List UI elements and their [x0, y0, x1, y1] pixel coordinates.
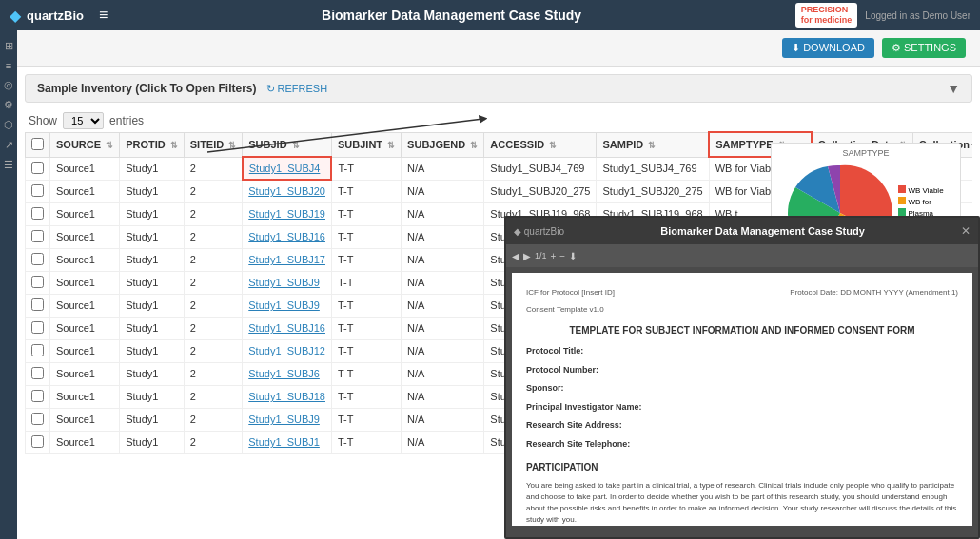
- row-checkbox[interactable]: [31, 390, 44, 402]
- cell-source: Source1: [50, 385, 120, 408]
- cell-source: Source1: [50, 271, 120, 294]
- cell-protid: Study1: [120, 385, 185, 408]
- cell-subjid: Study1_SUBJ9: [243, 294, 332, 317]
- settings-button[interactable]: ⚙ SETTINGS: [882, 38, 966, 58]
- cell-checkbox: [26, 157, 50, 180]
- pdf-prev-button[interactable]: ◀: [512, 251, 519, 261]
- cell-source: Source1: [50, 339, 120, 362]
- subjid-link[interactable]: Study1_SUBJ12: [248, 345, 325, 356]
- col-checkbox: [26, 132, 50, 157]
- cell-subjgend: N/A: [402, 294, 484, 317]
- cell-siteid: 2: [184, 225, 243, 248]
- row-checkbox[interactable]: [31, 184, 44, 197]
- cell-subjid: Study1_SUBJ18: [243, 385, 332, 408]
- pdf-field-protocol-number: Protocol Number:: [526, 364, 958, 377]
- pdf-meta: ICF for Protocol [Insert ID] Protocol Da…: [526, 287, 958, 298]
- subjid-link[interactable]: Study1_SUBJ6: [248, 368, 320, 379]
- subjid-link[interactable]: Study1_SUBJ16: [248, 231, 325, 242]
- row-checkbox[interactable]: [31, 162, 44, 174]
- subjid-link[interactable]: Study1_SUBJ20: [248, 185, 325, 197]
- cell-protid: Study1: [120, 180, 185, 202]
- user-info: Logged in as Demo User: [865, 10, 970, 21]
- row-checkbox[interactable]: [31, 413, 44, 425]
- cell-accessid: Study1_SUBJ20_275: [484, 180, 597, 202]
- refresh-button[interactable]: ↻ REFRESH: [266, 83, 328, 95]
- legend-item-1: WB Viable: [898, 185, 943, 195]
- subjid-link[interactable]: Study1_SUBJ4: [249, 163, 321, 174]
- left-sidebar: ⊞ ≡ ◎ ⚙ ⬡ ↗ ☰: [0, 30, 17, 539]
- cell-protid: Study1: [120, 202, 185, 225]
- cell-subjgend: N/A: [402, 431, 484, 453]
- pdf-next-button[interactable]: ▶: [523, 251, 531, 261]
- pdf-content: ICF for Protocol [Insert ID] Protocol Da…: [512, 273, 972, 526]
- cell-siteid: 2: [184, 248, 243, 271]
- cell-checkbox: [26, 431, 50, 453]
- cell-subjint: T-T: [331, 431, 401, 453]
- cell-subjint: T-T: [331, 157, 401, 180]
- select-all-checkbox[interactable]: [31, 138, 44, 150]
- legend-item-2: WB for: [898, 197, 943, 206]
- row-checkbox[interactable]: [31, 435, 44, 448]
- cell-siteid: 2: [184, 408, 243, 431]
- pdf-main-title: TEMPLATE FOR SUBJECT INFORMATION AND INF…: [526, 323, 958, 337]
- subjid-link[interactable]: Study1_SUBJ9: [248, 414, 320, 425]
- cell-subjint: T-T: [331, 271, 401, 294]
- pdf-field-protocol-title: Protocol Title:: [526, 345, 958, 358]
- pdf-download-button[interactable]: ⬇: [569, 251, 577, 261]
- subjid-link[interactable]: Study1_SUBJ18: [248, 391, 325, 402]
- cell-subjid: Study1_SUBJ19: [243, 202, 332, 225]
- pdf-zoom-in-button[interactable]: +: [551, 251, 557, 261]
- subjid-link[interactable]: Study1_SUBJ19: [248, 208, 325, 220]
- subjid-link[interactable]: Study1_SUBJ9: [248, 299, 320, 311]
- filter-expand-button[interactable]: ▼: [947, 81, 960, 96]
- hamburger-button[interactable]: ≡: [99, 7, 108, 24]
- pdf-header-title: Biomarker Data Management Case Study: [570, 225, 955, 237]
- cell-checkbox: [26, 317, 50, 339]
- cell-subjid: Study1_SUBJ16: [243, 317, 332, 339]
- cell-source: Source1: [50, 157, 120, 180]
- sidebar-icon-1[interactable]: ⊞: [5, 40, 13, 52]
- col-protid: PROTID ⇅: [120, 132, 185, 157]
- sidebar-icon-7[interactable]: ☰: [4, 159, 13, 171]
- cell-checkbox: [26, 408, 50, 431]
- row-checkbox[interactable]: [31, 298, 44, 311]
- subjid-link[interactable]: Study1_SUBJ17: [248, 254, 325, 265]
- cell-siteid: 2: [184, 294, 243, 317]
- sidebar-icon-2[interactable]: ≡: [6, 60, 11, 71]
- pdf-field-sponsor: Sponsor:: [526, 382, 958, 395]
- chart-title: SAMPTYPE: [776, 148, 955, 158]
- pdf-close-button[interactable]: ✕: [961, 224, 970, 238]
- row-checkbox[interactable]: [31, 321, 44, 334]
- subjid-link[interactable]: Study1_SUBJ16: [248, 322, 325, 334]
- sidebar-icon-3[interactable]: ◎: [4, 79, 13, 91]
- subjid-link[interactable]: Study1_SUBJ9: [248, 277, 320, 288]
- entries-select[interactable]: 15 10 25 50: [63, 112, 104, 129]
- entries-label: entries: [109, 114, 144, 127]
- cell-protid: Study1: [120, 339, 185, 362]
- cell-protid: Study1: [120, 294, 185, 317]
- row-checkbox[interactable]: [31, 367, 44, 379]
- row-checkbox[interactable]: [31, 344, 44, 356]
- subjid-link[interactable]: Study1_SUBJ1: [248, 436, 320, 448]
- col-source: SOURCE ⇅: [50, 132, 120, 157]
- col-siteid: SITEID ⇅: [184, 132, 243, 157]
- cell-siteid: 2: [184, 317, 243, 339]
- cell-subjid: Study1_SUBJ1: [243, 431, 332, 453]
- pdf-header: ◆ quartzBio Biomarker Data Management Ca…: [506, 218, 978, 244]
- cell-source: Source1: [50, 317, 120, 339]
- row-checkbox[interactable]: [31, 276, 44, 288]
- sidebar-icon-4[interactable]: ⚙: [4, 99, 13, 111]
- sidebar-icon-5[interactable]: ⬡: [4, 119, 13, 131]
- pdf-zoom-out-button[interactable]: −: [559, 251, 565, 261]
- cell-subjint: T-T: [331, 339, 401, 362]
- cell-siteid: 2: [184, 202, 243, 225]
- download-button[interactable]: ⬇ DOWNLOAD: [782, 38, 874, 58]
- sidebar-icon-6[interactable]: ↗: [5, 139, 13, 151]
- row-checkbox[interactable]: [31, 253, 44, 265]
- cell-subjint: T-T: [331, 362, 401, 385]
- cell-siteid: 2: [184, 271, 243, 294]
- pdf-version: Consent Template v1.0: [526, 304, 958, 316]
- cell-subjgend: N/A: [402, 339, 484, 362]
- row-checkbox[interactable]: [31, 230, 44, 242]
- row-checkbox[interactable]: [31, 207, 44, 220]
